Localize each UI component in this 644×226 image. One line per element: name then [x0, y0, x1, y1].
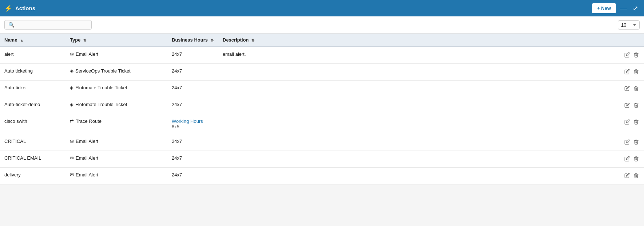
- cell-description: [218, 64, 619, 81]
- delete-button[interactable]: [633, 118, 640, 126]
- per-page-select: 102550100: [618, 20, 640, 30]
- table-row: CRITICAL EMAIL✉Email Alert24x7: [0, 151, 644, 168]
- type-icon: ⇄: [70, 118, 74, 124]
- cell-type: ✉Email Alert: [65, 47, 167, 64]
- page-title: Actions: [15, 5, 35, 11]
- cell-name: CRITICAL: [0, 134, 65, 151]
- cell-name: cisco swith: [0, 114, 65, 134]
- sort-icon-bh: ⇅: [211, 38, 214, 42]
- search-box[interactable]: 🔍: [4, 20, 92, 30]
- table-row: cisco swith⇄Trace RouteWorking Hours8x5: [0, 114, 644, 134]
- cell-business-hours: 24x7: [167, 47, 218, 64]
- cell-description: [218, 81, 619, 97]
- edit-button[interactable]: [624, 118, 631, 126]
- table-row: Auto-ticket◈Flotomate Trouble Ticket24x7: [0, 81, 644, 97]
- cell-description: [218, 134, 619, 151]
- header-left: ⚡ Actions: [4, 4, 35, 12]
- edit-button[interactable]: [624, 85, 631, 93]
- edit-button[interactable]: [624, 102, 631, 109]
- new-button[interactable]: + New: [592, 3, 616, 13]
- actions-table: Name ▲ Type ⇅ Business Hours ⇅ Descripti…: [0, 34, 644, 184]
- table-header-row: Name ▲ Type ⇅ Business Hours ⇅ Descripti…: [0, 34, 644, 47]
- cell-type: ◈Flotomate Trouble Ticket: [65, 81, 167, 97]
- cell-business-hours: 24x7: [167, 134, 218, 151]
- table-row: Auto ticketing◈ServiceOps Trouble Ticket…: [0, 64, 644, 81]
- edit-button[interactable]: [624, 51, 631, 59]
- table-row: alert✉Email Alert24x7email alert.: [0, 47, 644, 64]
- table-container: Name ▲ Type ⇅ Business Hours ⇅ Descripti…: [0, 34, 644, 184]
- type-icon: ◈: [70, 68, 73, 74]
- cell-business-hours: 24x7: [167, 64, 218, 81]
- cell-name: CRITICAL EMAIL: [0, 151, 65, 168]
- col-header-name[interactable]: Name ▲: [0, 34, 65, 47]
- delete-button[interactable]: [633, 68, 640, 76]
- cell-actions: [619, 97, 644, 114]
- sort-icon-name: ▲: [20, 38, 24, 42]
- cell-name: Auto ticketing: [0, 64, 65, 81]
- type-icon: ✉: [70, 155, 74, 161]
- type-icon: ◈: [70, 85, 73, 90]
- cell-actions: [619, 64, 644, 81]
- per-page-dropdown[interactable]: 102550100: [618, 20, 640, 30]
- cell-business-hours: 24x7: [167, 168, 218, 184]
- delete-button[interactable]: [633, 172, 640, 180]
- table-row: delivery✉Email Alert24x7: [0, 168, 644, 184]
- cell-name: Auto-ticket: [0, 81, 65, 97]
- cell-actions: [619, 151, 644, 168]
- cell-type: ✉Email Alert: [65, 168, 167, 184]
- search-input[interactable]: [17, 22, 88, 28]
- cell-name: Auto-ticket-demo: [0, 97, 65, 114]
- delete-button[interactable]: [633, 155, 640, 163]
- minimize-button[interactable]: —: [619, 4, 628, 12]
- table-row: Auto-ticket-demo◈Flotomate Trouble Ticke…: [0, 97, 644, 114]
- header: ⚡ Actions + New — ⤢: [0, 0, 644, 16]
- expand-button[interactable]: ⤢: [631, 4, 640, 12]
- cell-actions: [619, 47, 644, 64]
- toolbar: 🔍 102550100: [0, 16, 644, 34]
- delete-button[interactable]: [633, 102, 640, 109]
- cell-type: ◈ServiceOps Trouble Ticket: [65, 64, 167, 81]
- cell-description: [218, 151, 619, 168]
- type-icon: ✉: [70, 172, 74, 178]
- cell-actions: [619, 114, 644, 134]
- cell-business-hours: 24x7: [167, 97, 218, 114]
- header-right: + New — ⤢: [592, 3, 640, 13]
- cell-type: ✉Email Alert: [65, 151, 167, 168]
- edit-button[interactable]: [624, 139, 631, 146]
- col-header-type[interactable]: Type ⇅: [65, 34, 167, 47]
- sort-icon-type: ⇅: [83, 38, 86, 42]
- cell-business-hours: 24x7: [167, 81, 218, 97]
- cell-name: delivery: [0, 168, 65, 184]
- delete-button[interactable]: [633, 85, 640, 93]
- edit-button[interactable]: [624, 68, 631, 76]
- type-icon: ◈: [70, 102, 73, 107]
- col-header-actions: [619, 34, 644, 47]
- cell-actions: [619, 81, 644, 97]
- cell-description: [218, 114, 619, 134]
- sort-icon-desc: ⇅: [251, 38, 254, 42]
- cell-description: [218, 97, 619, 114]
- delete-button[interactable]: [633, 51, 640, 59]
- col-header-bh[interactable]: Business Hours ⇅: [167, 34, 218, 47]
- cell-business-hours: Working Hours8x5: [167, 114, 218, 134]
- cell-actions: [619, 168, 644, 184]
- business-hours-link[interactable]: Working Hours: [172, 118, 203, 124]
- table-row: CRITICAL✉Email Alert24x7: [0, 134, 644, 151]
- cell-type: ◈Flotomate Trouble Ticket: [65, 97, 167, 114]
- col-header-desc[interactable]: Description ⇅: [218, 34, 619, 47]
- type-icon: ✉: [70, 139, 74, 144]
- lightning-icon: ⚡: [4, 4, 12, 12]
- type-icon: ✉: [70, 51, 74, 57]
- cell-description: email alert.: [218, 47, 619, 64]
- cell-actions: [619, 134, 644, 151]
- cell-type: ✉Email Alert: [65, 134, 167, 151]
- cell-business-hours: 24x7: [167, 151, 218, 168]
- cell-name: alert: [0, 47, 65, 64]
- edit-button[interactable]: [624, 172, 631, 180]
- search-icon: 🔍: [8, 22, 15, 28]
- edit-button[interactable]: [624, 155, 631, 163]
- cell-type: ⇄Trace Route: [65, 114, 167, 134]
- delete-button[interactable]: [633, 139, 640, 146]
- table-body: alert✉Email Alert24x7email alert.Auto ti…: [0, 47, 644, 184]
- cell-description: [218, 168, 619, 184]
